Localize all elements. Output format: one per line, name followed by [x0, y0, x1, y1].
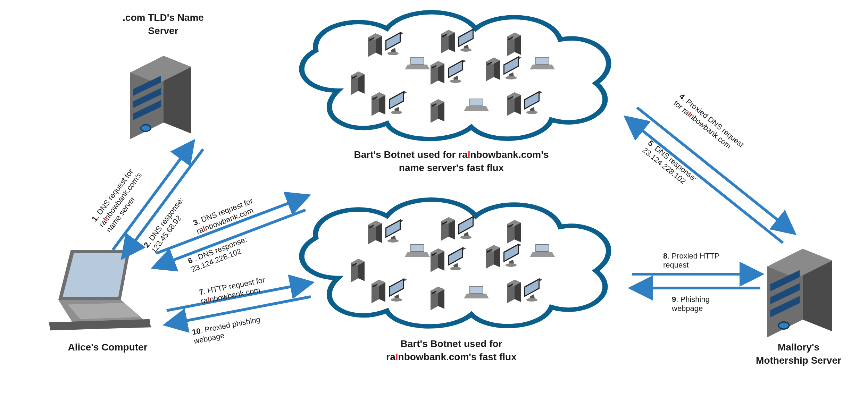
- tld-server-node: [130, 56, 191, 139]
- msg-7: 7. HTTP request for raInbowbank.com: [198, 276, 267, 306]
- botnet-top-cloud: [302, 12, 609, 139]
- arrow-5: [627, 118, 783, 243]
- svg-text:webpage: webpage: [671, 304, 703, 313]
- diagram-canvas: .com TLD's Name Server Alice's Computer …: [0, 0, 868, 406]
- tld-label-2: Server: [148, 25, 178, 36]
- svg-text:request: request: [663, 261, 688, 269]
- msg-5: 5. DNS response: 23.124.228.102: [641, 138, 699, 190]
- msg-3: 3. DNS request for raInbowbank.com: [192, 196, 257, 236]
- tld-label-1: .com TLD's Name: [123, 12, 204, 23]
- msg-9: 9. Phishing webpage: [671, 295, 710, 313]
- svg-text:4. Proxied DNS request: 4. Proxied DNS request: [678, 92, 745, 149]
- msg-6: 6 . DNS response: 23.124.228.102: [187, 235, 251, 274]
- msg-2: 2. DNS response: 123.45.68.92: [142, 196, 192, 254]
- msg-10: 10. Proxied phishing webpage: [191, 315, 262, 345]
- botnet-bottom-cloud: [302, 200, 609, 326]
- svg-text:8. Proxied HTTP: 8. Proxied HTTP: [663, 252, 720, 260]
- msg-8: 8. Proxied HTTP request: [663, 252, 720, 269]
- mallory-node: [767, 249, 832, 337]
- msg-4: 4. Proxied DNS request for raInbowbank.c…: [672, 92, 745, 156]
- botnet-bot-label-1: Bart's Botnet used for: [401, 338, 502, 349]
- msg-1: 1. DNS request for raInbowbank.com's nam…: [90, 166, 151, 234]
- botnet-top-label-2: name server's fast flux: [399, 162, 504, 173]
- mallory-label-2: Mothership Server: [756, 355, 841, 366]
- botnet-top-label-1: Bart's Botnet used for raInbowbank.com's: [354, 149, 549, 160]
- mallory-label-1: Mallory's: [778, 342, 819, 353]
- svg-text:9. Phishing: 9. Phishing: [672, 295, 710, 304]
- alice-label: Alice's Computer: [68, 342, 147, 353]
- alice-node: [49, 250, 151, 330]
- botnet-bot-label-2: raInbowbank.com's fast flux: [386, 352, 517, 362]
